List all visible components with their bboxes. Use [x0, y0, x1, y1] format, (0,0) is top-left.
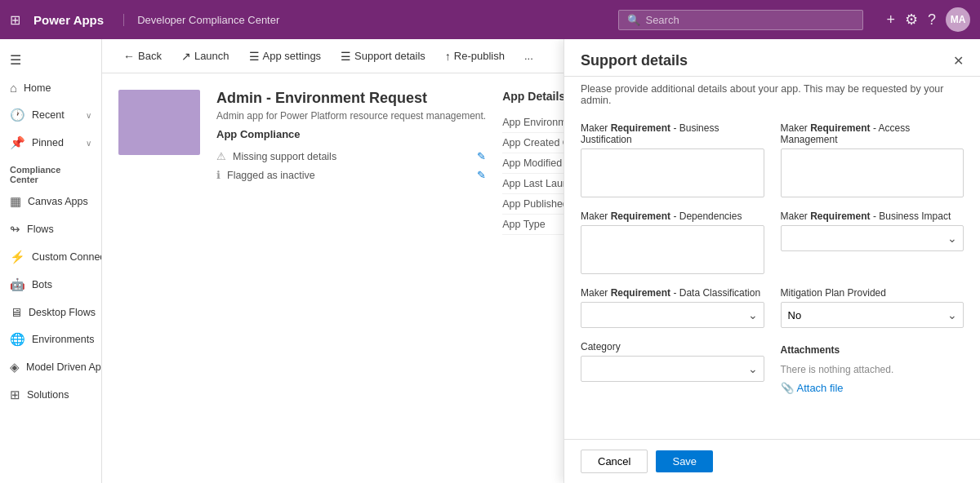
info-icon: ℹ: [216, 169, 220, 181]
attachments-section: Attachments There is nothing attached. 📎…: [781, 344, 964, 397]
label-category: Category: [581, 341, 764, 352]
sidebar-item-desktop-flows[interactable]: 🖥 Desktop Flows: [0, 299, 101, 326]
warning-icon: ⚠: [216, 150, 226, 162]
field-mitigation-plan: Mitigation Plan Provided No Yes: [781, 287, 964, 328]
input-dependencies[interactable]: [581, 225, 764, 274]
canvas-apps-icon: ▦: [10, 194, 21, 209]
no-attachment-text: There is nothing attached.: [781, 361, 964, 379]
compliance-label-1: Missing support details: [233, 151, 336, 162]
sidebar-item-pinned[interactable]: 📌 Pinned ∨: [0, 129, 101, 157]
sidebar-item-model-driven[interactable]: ◈ Model Driven Apps: [0, 353, 101, 381]
sidebar-label-bots: Bots: [32, 279, 52, 290]
layout: ☰ ⌂ Home 🕐 Recent ∨ 📌 Pinned ∨ Complianc…: [0, 39, 980, 483]
select-data-classification[interactable]: [581, 302, 764, 328]
close-button[interactable]: ✕: [953, 53, 964, 69]
sidebar-item-bots[interactable]: 🤖 Bots: [0, 271, 101, 299]
sidebar-label-custom-connectors: Custom Connectors: [32, 251, 102, 263]
select-mitigation-plan[interactable]: No Yes: [781, 302, 964, 328]
panel-title: Support details: [581, 52, 688, 69]
compliance-item-1: ⚠ Missing support details ✎: [216, 147, 486, 166]
custom-connectors-icon: ⚡: [10, 250, 25, 264]
sidebar-item-environments[interactable]: 🌐 Environments: [0, 326, 101, 353]
cancel-button[interactable]: Cancel: [581, 450, 648, 473]
sidebar-item-home[interactable]: ⌂ Home: [0, 74, 101, 101]
compliance-label-2: Flagged as inactive: [227, 170, 315, 181]
more-button[interactable]: ...: [516, 47, 541, 65]
hamburger-icon[interactable]: ☰: [0, 46, 101, 74]
avatar[interactable]: MA: [946, 7, 970, 32]
app-thumbnail: [118, 90, 200, 155]
back-button[interactable]: ← Back: [115, 47, 170, 66]
app-grid-icon[interactable]: ⊞: [10, 12, 20, 28]
sidebar-label-home: Home: [24, 82, 51, 94]
compliance-title: App Compliance: [216, 128, 486, 140]
home-icon: ⌂: [10, 81, 17, 95]
sidebar-item-solutions[interactable]: ⊞ Solutions: [0, 381, 101, 409]
field-business-justification: Maker Requirement - Business Justificati…: [581, 122, 764, 197]
support-panel: Support details ✕ Please provide additio…: [564, 39, 980, 483]
select-business-impact[interactable]: [781, 225, 964, 251]
top-nav: ⊞ Power Apps Developer Compliance Center…: [0, 0, 980, 39]
chevron-down-icon: ∨: [86, 139, 91, 148]
app-settings-label: App settings: [263, 50, 322, 62]
help-icon[interactable]: ?: [928, 11, 936, 29]
app-settings-button[interactable]: ☰ App settings: [241, 47, 330, 66]
flows-icon: ↬: [10, 222, 20, 237]
paperclip-icon: 📎: [781, 382, 794, 394]
form-grid: Maker Requirement - Business Justificati…: [581, 122, 964, 397]
input-access-management[interactable]: [781, 148, 964, 197]
launch-button[interactable]: ↗ Launch: [173, 47, 238, 66]
panel-body: Maker Requirement - Business Justificati…: [564, 116, 980, 439]
compliance-item-2: ℹ Flagged as inactive ✎: [216, 166, 486, 184]
sidebar-item-flows[interactable]: ↬ Flows: [0, 215, 101, 243]
label-access-management: Maker Requirement - Access Management: [781, 122, 964, 145]
pinned-icon: 📌: [10, 135, 25, 150]
sidebar-label-solutions: Solutions: [27, 389, 69, 401]
sidebar: ☰ ⌂ Home 🕐 Recent ∨ 📌 Pinned ∨ Complianc…: [0, 39, 102, 483]
select-category[interactable]: [581, 356, 764, 382]
chevron-down-icon: ∨: [86, 111, 91, 120]
edit-icon-2[interactable]: ✎: [477, 169, 486, 181]
edit-icon-1[interactable]: ✎: [477, 150, 486, 162]
more-icon: ...: [524, 50, 533, 62]
field-data-classification: Maker Requirement - Data Classification: [581, 287, 764, 328]
republish-button[interactable]: ↑ Re-publish: [437, 47, 513, 66]
search-box[interactable]: 🔍: [618, 10, 863, 30]
sidebar-label-pinned: Pinned: [32, 137, 64, 148]
field-business-impact: Maker Requirement - Business Impact: [781, 210, 964, 274]
panel-subtitle: Please provide additional details about …: [564, 77, 980, 116]
sidebar-label-recent: Recent: [32, 109, 65, 121]
app-compliance: App Compliance ⚠ Missing support details…: [216, 128, 486, 184]
page-title: Developer Compliance Center: [123, 14, 279, 26]
save-button[interactable]: Save: [656, 450, 713, 472]
nav-icons: + ⚙ ? MA: [886, 7, 970, 32]
sidebar-item-custom-connectors[interactable]: ⚡ Custom Connectors: [0, 243, 101, 271]
attachments-label: Attachments: [781, 344, 964, 356]
attach-file-button[interactable]: 📎 Attach file: [781, 379, 844, 397]
app-info: Admin - Environment Request Admin app fo…: [216, 90, 486, 235]
search-input[interactable]: [645, 14, 854, 26]
settings-icon[interactable]: ⚙: [905, 11, 918, 29]
model-driven-icon: ◈: [10, 360, 20, 374]
field-category: Category: [581, 341, 764, 397]
add-icon[interactable]: +: [886, 11, 895, 29]
sidebar-label-model-driven: Model Driven Apps: [26, 361, 102, 373]
support-icon: ☰: [341, 50, 351, 63]
select-wrapper-data-classification: [581, 302, 764, 328]
panel-footer: Cancel Save: [564, 439, 980, 483]
compliance-section-label: Compliance Center: [0, 157, 101, 188]
label-data-classification: Maker Requirement - Data Classification: [581, 287, 764, 299]
environments-icon: 🌐: [10, 332, 25, 347]
field-access-management: Maker Requirement - Access Management: [781, 122, 964, 197]
label-dependencies: Maker Requirement - Dependencies: [581, 210, 764, 222]
support-details-label: Support details: [354, 50, 425, 62]
republish-label: Re-publish: [454, 50, 505, 62]
launch-label: Launch: [194, 50, 229, 62]
support-details-button[interactable]: ☰ Support details: [332, 47, 434, 66]
sidebar-label-canvas-apps: Canvas Apps: [28, 196, 88, 207]
sidebar-item-canvas-apps[interactable]: ▦ Canvas Apps: [0, 188, 101, 215]
panel-header: Support details ✕: [564, 39, 980, 77]
input-business-justification[interactable]: [581, 148, 764, 197]
sidebar-label-environments: Environments: [32, 334, 94, 345]
sidebar-item-recent[interactable]: 🕐 Recent ∨: [0, 101, 101, 129]
